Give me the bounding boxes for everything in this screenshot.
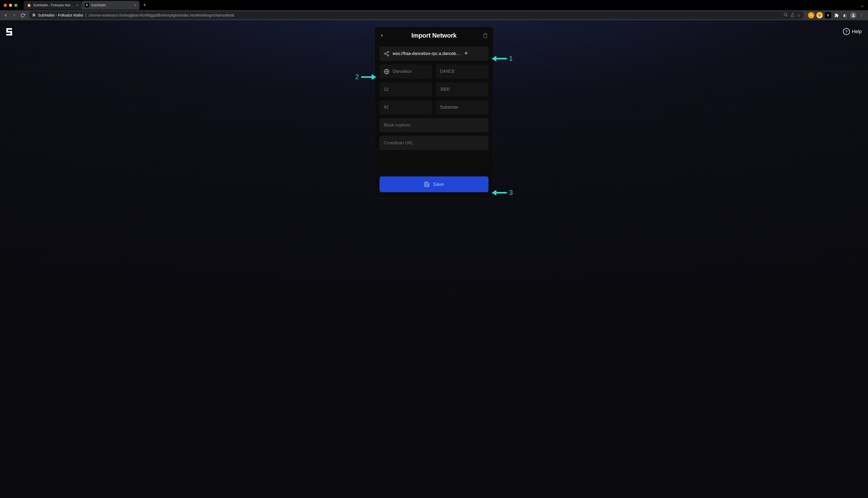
crowdloan-url-input[interactable] xyxy=(384,141,484,145)
window-controls xyxy=(4,4,17,7)
tab-title: SubWallet - Polkadot Wallet - xyxy=(33,3,74,7)
ext-icon-2[interactable]: 🦊 xyxy=(816,12,823,18)
address-app-title: SubWallet - Polkadot Wallet xyxy=(38,13,83,17)
ext-icon-3[interactable]: S xyxy=(825,12,831,18)
save-button[interactable]: Save xyxy=(380,176,488,192)
new-tab-button[interactable]: + xyxy=(140,2,150,8)
annotation-1: 1 xyxy=(496,54,513,63)
tab-subwallet-site[interactable]: 🏠 SubWallet - Polkadot Wallet - × xyxy=(24,1,81,10)
token-symbol-value: DANCE xyxy=(440,69,455,74)
extension-icon xyxy=(32,13,36,18)
profile-button[interactable] xyxy=(850,12,856,18)
import-network-modal: Import Network wss://fraa-dancebox-rpc.a… xyxy=(374,27,494,198)
annotation-label: 1 xyxy=(509,54,513,63)
app-logo xyxy=(6,28,12,37)
svg-point-0 xyxy=(784,13,787,16)
add-provider-button[interactable] xyxy=(463,51,469,57)
address-url: chrome-extension://onhogfjeacnfoofkfgppd… xyxy=(89,13,781,17)
share-icon[interactable] xyxy=(790,13,794,18)
svg-point-3 xyxy=(853,14,854,15)
sidepanel-button[interactable]: ◧ xyxy=(842,12,848,18)
annotation-3: 3 xyxy=(496,188,513,197)
help-label: Help xyxy=(852,29,862,35)
svg-point-5 xyxy=(384,53,386,54)
svg-point-4 xyxy=(387,51,389,53)
modal-title: Import Network xyxy=(411,32,457,39)
chain-name-value: Dancebox xyxy=(393,69,412,74)
browser-tab-bar: 🏠 SubWallet - Polkadot Wallet - × S SubW… xyxy=(0,0,868,10)
address-prefix-value: 42 xyxy=(384,105,388,110)
svg-line-8 xyxy=(386,52,387,53)
globe-icon xyxy=(384,69,390,75)
menu-button[interactable]: ⋮ xyxy=(858,12,865,18)
annotation-2: 2 xyxy=(355,73,372,81)
save-label: Save xyxy=(433,182,444,187)
window-minimize-button[interactable] xyxy=(9,4,12,7)
provider-url-value: wss://fraa-dancebox-rpc.a.danceb… xyxy=(393,51,460,56)
bookmark-icon[interactable]: ☆ xyxy=(797,13,801,18)
ext-icon-1[interactable]: P xyxy=(808,12,814,18)
chain-id-value: 3000 xyxy=(440,87,449,92)
reload-button[interactable] xyxy=(19,12,26,19)
annotation-label: 3 xyxy=(509,188,513,197)
window-maximize-button[interactable] xyxy=(14,4,17,7)
tab-subwallet-extension[interactable]: S SubWallet × xyxy=(81,1,140,10)
tab-favicon: S xyxy=(85,3,89,8)
browser-toolbar: SubWallet - Polkadot Wallet | chrome-ext… xyxy=(0,10,868,20)
address-bar[interactable]: SubWallet - Polkadot Wallet | chrome-ext… xyxy=(29,11,804,19)
decimals-field: 12 xyxy=(380,82,432,96)
decimals-value: 12 xyxy=(384,87,388,92)
save-icon xyxy=(424,181,430,187)
token-symbol-field: DANCE xyxy=(436,64,488,79)
annotation-label: 2 xyxy=(355,73,359,81)
window-close-button[interactable] xyxy=(4,4,7,7)
extensions-button[interactable] xyxy=(833,12,840,18)
tab-close-button[interactable]: × xyxy=(76,3,78,8)
address-prefix-field: 42 xyxy=(380,100,432,114)
crowdloan-url-field[interactable] xyxy=(380,136,488,150)
help-button[interactable]: ? Help xyxy=(843,28,862,35)
back-button[interactable] xyxy=(2,12,10,19)
chain-id-field: 3000 xyxy=(436,82,488,96)
share-nodes-icon xyxy=(384,51,390,56)
tab-overflow-button[interactable]: ⌄ xyxy=(860,2,864,8)
svg-line-1 xyxy=(787,15,787,16)
help-icon: ? xyxy=(843,28,850,35)
tab-close-button[interactable]: × xyxy=(134,3,136,8)
tab-favicon: 🏠 xyxy=(27,3,31,8)
modal-back-button[interactable] xyxy=(380,32,388,38)
provider-url-field[interactable]: wss://fraa-dancebox-rpc.a.danceb… xyxy=(380,47,488,61)
chain-name-field: Dancebox xyxy=(380,64,432,79)
tab-title: SubWallet xyxy=(91,3,132,7)
block-explorer-input[interactable] xyxy=(384,123,484,128)
zoom-icon[interactable] xyxy=(783,13,788,18)
chain-type-value: Substrate xyxy=(440,105,458,110)
chain-type-field: Substrate xyxy=(436,100,488,114)
svg-line-7 xyxy=(386,54,387,55)
app-body: ? Help Import Network wss://fraa-dancebo… xyxy=(0,20,868,498)
delete-button[interactable] xyxy=(480,32,488,38)
svg-point-6 xyxy=(387,55,389,56)
forward-button[interactable] xyxy=(11,12,18,19)
block-explorer-field[interactable] xyxy=(380,118,488,132)
